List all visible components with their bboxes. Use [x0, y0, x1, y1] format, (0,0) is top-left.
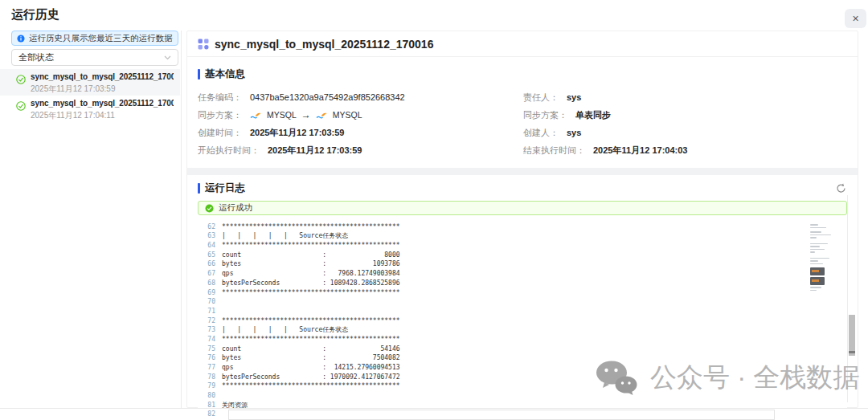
- log-line: 79**************************************…: [198, 381, 847, 391]
- basic-info-heading: 基本信息: [198, 67, 847, 81]
- log-editor[interactable]: 6162************************************…: [198, 220, 847, 420]
- log-content: 6162************************************…: [198, 220, 847, 419]
- log-line-number: 78: [198, 373, 222, 382]
- success-circle-icon: [205, 204, 214, 213]
- log-line-text: ****************************************…: [222, 242, 400, 249]
- log-line: 62**************************************…: [198, 222, 847, 232]
- log-line-number: 72: [198, 316, 222, 326]
- minimap-line: [810, 251, 815, 253]
- log-line: 78bytesPerSeconds : 1970092.4127067472: [198, 373, 847, 382]
- log-line-text: bytes : 7504082: [222, 354, 400, 361]
- run-log-section: 运行日志 运行成功 6162**************************…: [187, 175, 858, 420]
- arrow-right-icon: →: [301, 109, 311, 120]
- log-line-text: bytesPerSeconds : 1089428.2868525896: [222, 279, 400, 287]
- section-divider-band: [187, 168, 858, 175]
- mysql-dolphin-icon: [316, 111, 328, 119]
- log-line: 76bytes : 7504082: [198, 353, 847, 363]
- log-line: 71: [198, 307, 847, 316]
- start-time-row: 开始执行时间： 2025年11月12 17:03:59: [198, 141, 405, 159]
- log-line-number: 66: [198, 259, 222, 269]
- creator-row: 创建人： sys: [523, 124, 687, 141]
- refresh-log-button[interactable]: [836, 182, 846, 197]
- chevron-down-icon: [164, 55, 171, 60]
- log-line-text: ****************************************…: [222, 382, 400, 389]
- log-line-text: ****************************************…: [222, 223, 400, 230]
- scrollbar-thumb[interactable]: [849, 315, 855, 356]
- close-button[interactable]: ×: [845, 9, 866, 28]
- minimap-line: [810, 287, 821, 288]
- log-line-number: 73: [198, 325, 222, 335]
- run-item-name: sync_mysql_to_mysql_20251112_170016: [31, 72, 174, 81]
- owner-row: 责任人： sys: [523, 88, 687, 106]
- log-line-text: count : 54146: [222, 345, 400, 353]
- page-title: 运行历史: [11, 7, 59, 22]
- log-line-text: ****************************************…: [222, 289, 400, 296]
- log-line-text: qps : 7968.12749003984: [222, 270, 400, 277]
- run-item-time: 2025年11月12 17:04:11: [31, 110, 174, 121]
- check-circle-icon: [16, 101, 26, 111]
- run-log-heading: 运行日志: [198, 181, 847, 195]
- log-line-number: 68: [198, 279, 222, 288]
- log-line-number: 80: [198, 391, 222, 401]
- run-list: sync_mysql_to_mysql_20251112_170016 2025…: [0, 69, 180, 408]
- refresh-icon: [836, 183, 846, 194]
- log-line-number: 65: [198, 251, 222, 260]
- log-line-text: bytes : 1093786: [222, 260, 400, 267]
- log-line: 73| | | | | Source任务状态: [198, 325, 847, 335]
- run-item-time: 2025年11月12 17:03:59: [31, 84, 174, 95]
- minimap-line: [810, 243, 828, 245]
- sync-mode-value: 单表同步: [575, 109, 611, 121]
- log-line: 75count : 54146: [198, 345, 847, 354]
- run-detail-panel: sync_mysql_to_mysql_20251112_170016 基本信息…: [186, 31, 858, 408]
- run-list-item[interactable]: sync_mysql_to_mysql_20251112_170016 2025…: [0, 69, 180, 96]
- log-line: 82: [198, 410, 847, 419]
- log-line-number: 70: [198, 297, 222, 307]
- owner-value: sys: [567, 92, 581, 102]
- section-accent-bar: [198, 69, 200, 80]
- log-line-number: 75: [198, 345, 222, 354]
- minimap-line: [810, 231, 821, 233]
- task-code-row: 任务编码： 0437ba5e1320a9a75492a9f852668342: [198, 88, 405, 106]
- status-filter-select[interactable]: 全部状态: [11, 49, 178, 66]
- create-time-row: 创建时间： 2025年11月12 17:03:59: [198, 124, 405, 141]
- start-time-value: 2025年11月12 17:03:59: [268, 145, 362, 157]
- section-accent-bar: [198, 183, 200, 194]
- sync-target: MYSQL: [333, 110, 362, 120]
- run-list-item[interactable]: sync_mysql_to_mysql_20251112_170016 2025…: [0, 96, 180, 122]
- log-line-number: 71: [198, 307, 222, 316]
- log-line: 66bytes : 1093786: [198, 259, 847, 269]
- run-history-sidebar: 运行历史只展示您最近三天的运行数据 全部状态 sync_mysql_to_mys…: [0, 31, 182, 408]
- minimap-thumbnail: [810, 277, 825, 285]
- log-line-number: 67: [198, 269, 222, 279]
- log-line-number: 82: [198, 410, 222, 419]
- log-line: 70: [198, 297, 847, 307]
- minimap-line: [810, 249, 825, 251]
- history-notice-text: 运行历史只展示您最近三天的运行数据: [29, 33, 173, 44]
- log-line-number: 64: [198, 241, 222, 251]
- sync-source: MYSQL: [267, 110, 297, 120]
- log-line-number: 76: [198, 353, 222, 363]
- minimap-line: [810, 258, 829, 259]
- log-line: 64**************************************…: [198, 241, 847, 251]
- log-line-number: 79: [198, 381, 222, 391]
- log-line: 67qps : 7968.12749003984: [198, 269, 847, 279]
- mysql-dolphin-icon: [250, 111, 262, 119]
- minimap-line: [810, 290, 817, 292]
- log-line-number: 74: [198, 335, 222, 345]
- basic-info-section: 基本信息 任务编码： 0437ba5e1320a9a75492a9f852668…: [187, 57, 858, 159]
- scrollbar-track: [847, 195, 848, 402]
- log-line: 80: [198, 391, 847, 401]
- log-line: 77qps : 14215.27960094513: [198, 363, 847, 373]
- log-line: 69**************************************…: [198, 288, 847, 298]
- basic-info-grid: 任务编码： 0437ba5e1320a9a75492a9f852668342 同…: [198, 88, 847, 159]
- log-line-text: ****************************************…: [222, 317, 400, 324]
- creator-value: sys: [567, 128, 581, 137]
- log-line-text: qps : 14215.27960094513: [222, 364, 400, 371]
- log-line-text: | | | | | Source任务状态: [222, 232, 348, 239]
- end-time-value: 2025年11月12 17:04:03: [593, 145, 687, 157]
- editor-minimap[interactable]: [810, 224, 834, 292]
- sync-plan-row: 同步方案： MYSQL → MYS: [198, 106, 405, 124]
- create-time-value: 2025年11月12 17:03:59: [250, 127, 344, 139]
- log-line-text: | | | | | Source任务状态: [222, 326, 348, 333]
- log-line: 65count : 8000: [198, 251, 847, 260]
